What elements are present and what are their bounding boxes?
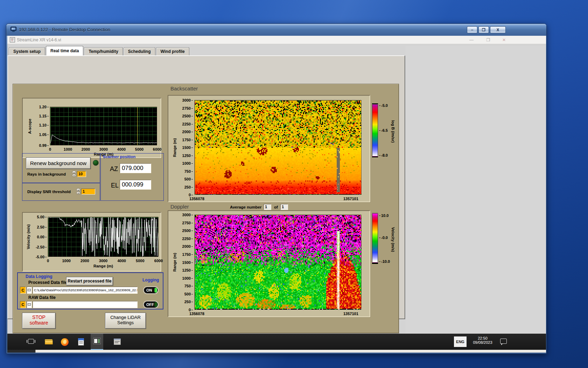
tab-wind-profile[interactable]: Wind profile xyxy=(156,47,189,55)
horizontal-scrollbar[interactable] xyxy=(7,350,546,353)
change-settings-line1: Change LiDAR xyxy=(105,315,146,320)
tab-system-setup[interactable]: System setup xyxy=(9,47,45,55)
logging-on-led xyxy=(154,288,157,293)
doppler-heatmap xyxy=(195,215,362,310)
file-explorer-icon[interactable] xyxy=(44,337,54,347)
rays-spinner[interactable]: ▲▼ xyxy=(72,171,76,177)
ascope-plot-area[interactable] xyxy=(50,107,157,145)
data-logging-box: Data Logging Processed Data file Restart… xyxy=(17,272,163,309)
backscatter-title: Backscatter xyxy=(170,86,198,91)
processed-path-field[interactable]: C:\Lidar\Data\Proc\2023\202308\20230809\… xyxy=(33,287,138,294)
ascope-x-ticks: 0100020003000400050006000 xyxy=(50,147,157,152)
az-label: AZ xyxy=(110,165,118,173)
folder-icon xyxy=(28,303,31,306)
app-close-button[interactable]: ✕ xyxy=(499,37,509,43)
clock-time: 22:50 xyxy=(469,336,496,340)
processed-logging-toggle[interactable]: ON xyxy=(143,286,159,294)
rays-in-background-label: Rays in background xyxy=(27,172,66,176)
rdp-close-button[interactable]: X xyxy=(490,26,506,33)
rays-value-field[interactable]: 10 xyxy=(77,171,86,177)
restart-processed-file-button[interactable]: Restart processed file xyxy=(66,277,113,286)
app-minimize-button[interactable]: — xyxy=(466,37,477,43)
clock-date: 09/08/2023 xyxy=(469,340,496,345)
tab-real-time-data[interactable]: Real time data xyxy=(46,46,83,55)
raw-logging-state: OFF xyxy=(146,302,154,307)
ascope-y-axis-label: A-scope xyxy=(28,107,32,145)
background-controls-box: Renew background now Rays in background … xyxy=(22,153,100,183)
rdp-titlebar[interactable]: 192.168.0.122 - Remote Desktop Connectio… xyxy=(6,24,546,36)
data-logging-title: Data Logging xyxy=(26,274,52,279)
stop-button-line2: software xyxy=(22,320,55,326)
doppler-title: Doppler xyxy=(170,204,189,210)
tab-scheduling[interactable]: Scheduling xyxy=(124,47,155,55)
backscatter-time-start: 1356078 xyxy=(189,197,204,201)
app-window-title: StreamLine XR v14-6.vi xyxy=(17,38,61,42)
processed-drive-selector[interactable]: C xyxy=(20,287,26,294)
language-indicator[interactable]: ENG xyxy=(454,336,467,347)
snr-threshold-label: Display SNR threshold xyxy=(27,190,71,194)
taskbar: ENG 22:50 09/08/2023 xyxy=(7,334,546,350)
colorbar-bottom-cap xyxy=(372,262,378,264)
processed-logging-state: ON xyxy=(146,288,152,292)
ascope-plot-panel: A-scope 1.201.151.101.050.99 01000200030… xyxy=(22,98,161,158)
backscatter-time-end: 1357101 xyxy=(343,197,358,201)
snr-value-field[interactable]: 1 xyxy=(81,189,95,195)
processed-browse-button[interactable] xyxy=(27,287,32,294)
backscatter-y-ticks: 3000275025002250200017501500125010007505… xyxy=(177,100,193,195)
app-maximize-button[interactable]: ❐ xyxy=(483,37,493,43)
raw-browse-button[interactable] xyxy=(27,301,32,308)
notification-center-icon[interactable] xyxy=(500,339,507,344)
doppler-colorbar-label: Velocity (m/s) xyxy=(391,214,395,264)
tab-temp-humidity[interactable]: Temp/humidity xyxy=(84,47,122,55)
doppler-time-start: 1356078 xyxy=(189,312,204,316)
rdp-maximize-button[interactable]: ❐ xyxy=(478,26,489,33)
change-lidar-settings-button[interactable]: Change LiDAR Settings xyxy=(105,313,146,329)
doppler-panel: Range (m) 300027502500225020001750150012… xyxy=(168,210,370,317)
doppler-colorbar[interactable] xyxy=(372,213,378,264)
average-total-field[interactable]: 1 xyxy=(280,204,288,210)
backscatter-colorbar-label: log B (/m/sr) xyxy=(391,105,395,158)
velocity-y-axis-label: Velocity (m/s) xyxy=(26,217,30,257)
change-settings-line2: Settings xyxy=(105,320,146,325)
raw-data-file-label: RAW Data file xyxy=(28,295,56,300)
rdp-window-title: 192.168.0.122 - Remote Desktop Connectio… xyxy=(19,27,110,32)
backscatter-panel: Range (m) 300027502500225020001750150012… xyxy=(168,95,370,202)
renew-background-button[interactable]: Renew background now xyxy=(26,157,91,169)
raw-path-field[interactable] xyxy=(33,301,138,308)
rdp-icon xyxy=(10,27,17,32)
task-view-icon[interactable] xyxy=(26,337,36,347)
snr-threshold-box: Display SNR threshold ▲▼ 1 xyxy=(22,183,100,201)
raw-logging-toggle[interactable]: OFF xyxy=(143,301,159,308)
doppler-y-ticks: 3000275025002250200017501500125010007505… xyxy=(177,215,193,310)
firefox-icon[interactable] xyxy=(60,337,70,347)
colorbar-top-cap xyxy=(372,213,378,214)
app-titlebar[interactable]: StreamLine XR v14-6.vi — ❐ ✕ xyxy=(7,36,546,44)
remote-desktop-area: StreamLine XR v14-6.vi — ❐ ✕ System setu… xyxy=(7,36,546,353)
logging-off-led xyxy=(154,302,157,307)
velocity-x-ticks: 0100020003000400050006000 xyxy=(48,259,159,263)
el-value-field[interactable]: 000.099 xyxy=(120,180,151,190)
velocity-plot-area[interactable] xyxy=(48,217,159,257)
stop-software-button[interactable]: STOP software xyxy=(22,313,56,329)
document-app-icon[interactable] xyxy=(76,337,86,347)
average-number-field[interactable]: 1 xyxy=(264,204,271,210)
processed-data-file-label: Processed Data file xyxy=(28,280,67,285)
backscatter-heatmap xyxy=(195,100,362,195)
rdp-minimize-button[interactable]: ‒ xyxy=(467,26,477,33)
az-value-field[interactable]: 079.000 xyxy=(120,163,151,173)
folder-icon xyxy=(28,289,31,291)
main-panel: A-scope 1.201.151.101.050.99 01000200030… xyxy=(13,84,399,333)
snr-spinner[interactable]: ▲▼ xyxy=(76,188,80,195)
window-background xyxy=(405,46,546,334)
clock[interactable]: 22:50 09/08/2023 xyxy=(469,336,496,347)
tab-page-real-time-data: A-scope 1.201.151.101.050.99 01000200030… xyxy=(7,55,405,319)
scan-scheduler-icon[interactable] xyxy=(112,337,122,347)
active-display-app-icon[interactable] xyxy=(91,334,103,350)
colorbar-top-cap xyxy=(372,103,378,105)
scanner-position-box: Scanner position AZ 079.000 EL 000.099 xyxy=(100,153,164,201)
raw-drive-selector[interactable]: C xyxy=(20,301,26,308)
backscatter-colorbar[interactable] xyxy=(372,103,378,157)
backscatter-y-axis-label: Range (m) xyxy=(173,100,177,195)
scanner-position-title: Scanner position xyxy=(103,155,135,159)
ascope-y-ticks: 1.201.151.101.050.99 xyxy=(33,107,49,145)
